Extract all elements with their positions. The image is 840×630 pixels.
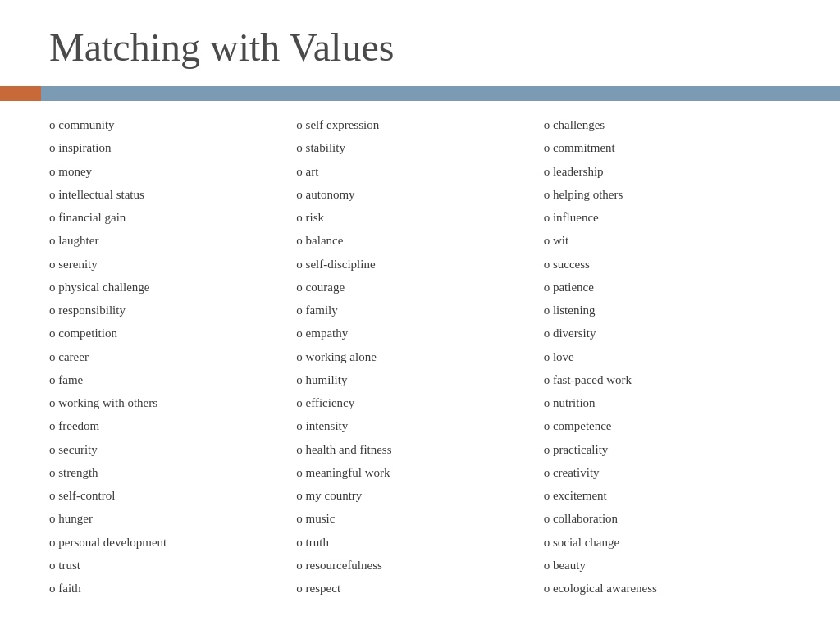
list-item: o respect (296, 578, 543, 600)
list-item: o stability (296, 137, 543, 159)
list-item: o helping others (544, 184, 791, 206)
list-item: o trust (49, 555, 296, 577)
list-item: o competition (49, 322, 296, 345)
blue-accent-bar (41, 86, 840, 101)
orange-accent-bar (0, 86, 41, 101)
list-item: o fame (49, 369, 296, 391)
list-item: o strength (49, 462, 296, 484)
list-item: o working alone (296, 346, 543, 368)
list-item: o self-control (49, 485, 296, 507)
list-item: o responsibility (49, 299, 296, 322)
list-item: o working with others (49, 392, 296, 414)
list-item: o creativity (544, 462, 791, 484)
list-item: o laughter (49, 230, 296, 252)
list-item: o diversity (544, 322, 791, 345)
list-item: o family (296, 299, 543, 322)
title-section: Matching with Values (0, 0, 840, 86)
list-item: o community (49, 114, 296, 136)
list-item: o intensity (296, 415, 543, 437)
list-item: o inspiration (49, 137, 296, 159)
list-item: o balance (296, 230, 543, 252)
list-item: o patience (544, 276, 791, 299)
header-bar (0, 86, 840, 101)
list-item: o my country (296, 485, 543, 507)
list-item: o resourcefulness (296, 555, 543, 577)
list-item: o ecological awareness (544, 578, 791, 600)
list-item: o wit (544, 230, 791, 252)
column-2: o self expressiono stabilityo arto auton… (296, 114, 543, 600)
list-item: o love (544, 346, 791, 368)
column-3: o challengeso commitmento leadershipo he… (544, 114, 791, 600)
list-item: o security (49, 439, 296, 461)
column-1: o communityo inspirationo moneyo intelle… (49, 114, 296, 600)
list-item: o serenity (49, 253, 296, 276)
list-item: o challenges (544, 114, 791, 136)
list-item: o empathy (296, 322, 543, 345)
page-title: Matching with Values (49, 25, 791, 70)
list-item: o humility (296, 369, 543, 391)
list-item: o beauty (544, 555, 791, 577)
list-item: o courage (296, 276, 543, 299)
list-item: o intellectual status (49, 184, 296, 206)
list-item: o success (544, 253, 791, 276)
list-item: o hunger (49, 508, 296, 530)
list-item: o self-discipline (296, 253, 543, 276)
list-item: o influence (544, 207, 791, 229)
list-item: o nutrition (544, 392, 791, 414)
list-item: o faith (49, 578, 296, 600)
list-item: o self expression (296, 114, 543, 136)
list-item: o collaboration (544, 508, 791, 530)
page: Matching with Values o communityo inspir… (0, 0, 840, 630)
list-item: o money (49, 161, 296, 183)
list-item: o freedom (49, 415, 296, 437)
list-item: o risk (296, 207, 543, 229)
list-item: o autonomy (296, 184, 543, 206)
list-item: o physical challenge (49, 276, 296, 299)
list-item: o personal development (49, 532, 296, 554)
list-item: o financial gain (49, 207, 296, 229)
list-item: o career (49, 346, 296, 368)
list-item: o listening (544, 299, 791, 322)
list-item: o art (296, 161, 543, 183)
list-item: o truth (296, 532, 543, 554)
list-item: o practicality (544, 439, 791, 461)
list-item: o health and fitness (296, 439, 543, 461)
list-item: o social change (544, 532, 791, 554)
values-content: o communityo inspirationo moneyo intelle… (0, 101, 840, 608)
list-item: o competence (544, 415, 791, 437)
list-item: o meaningful work (296, 462, 543, 484)
list-item: o commitment (544, 137, 791, 159)
list-item: o leadership (544, 161, 791, 183)
list-item: o music (296, 508, 543, 530)
list-item: o efficiency (296, 392, 543, 414)
list-item: o excitement (544, 485, 791, 507)
list-item: o fast-paced work (544, 369, 791, 391)
